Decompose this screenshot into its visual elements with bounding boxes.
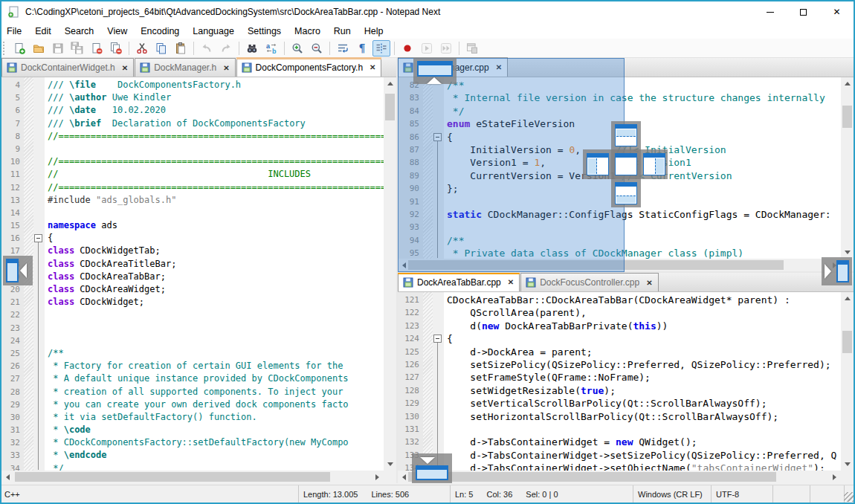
- tab-close-icon[interactable]: ✕: [122, 64, 128, 72]
- open-file-button[interactable]: [30, 40, 48, 56]
- scroll-right-arrow[interactable]: [828, 471, 841, 483]
- menu-item-language[interactable]: Language: [186, 25, 241, 38]
- cut-button[interactable]: [133, 40, 151, 56]
- macro-run-multiple-button[interactable]: [437, 40, 455, 56]
- drop-indicator-left-edge[interactable]: [3, 256, 33, 285]
- close-all-button[interactable]: [107, 40, 125, 56]
- drop-target-center[interactable]: [615, 153, 637, 175]
- code-line: d->TabsContainerWidget->setSizePolicy(QS…: [447, 449, 854, 462]
- menu-item-view[interactable]: View: [100, 25, 134, 38]
- menu-item-settings[interactable]: Settings: [241, 25, 288, 38]
- minimize-button[interactable]: [753, 0, 787, 24]
- scroll-down-arrow[interactable]: [841, 458, 854, 471]
- drop-target-top[interactable]: [615, 124, 637, 146]
- toolbar-grip[interactable]: [3, 42, 7, 55]
- tab-close-icon[interactable]: ✕: [370, 63, 375, 71]
- menu-item-edit[interactable]: Edit: [28, 25, 58, 38]
- arrow-right-icon: [375, 474, 379, 480]
- editor-bottom-right[interactable]: 1211221231241251261271281291301311321331…: [398, 292, 854, 483]
- title-bar: C:\CodingXP\cetoni_projects_64bit\QtAdva…: [0, 0, 855, 24]
- menu-item-help[interactable]: Help: [358, 25, 390, 38]
- scroll-left-arrow[interactable]: [1, 471, 14, 483]
- tab-dockcomponentsfactory-h[interactable]: DockComponentsFactory.h✕: [236, 57, 382, 77]
- horizontal-scrollbar[interactable]: [1, 471, 384, 483]
- word-wrap-button[interactable]: [334, 40, 352, 56]
- code-line: * \code: [48, 424, 396, 436]
- fold-collapse-button[interactable]: [34, 234, 42, 242]
- menu-item-macro[interactable]: Macro: [288, 25, 327, 38]
- redo-button[interactable]: [217, 40, 235, 56]
- status-segment: Windows (CR LF): [633, 485, 712, 503]
- indent-guide-button[interactable]: [372, 40, 390, 56]
- drop-indicator-bottom-edge[interactable]: [412, 453, 452, 483]
- macro-record-button[interactable]: [399, 40, 416, 56]
- scroll-up-arrow[interactable]: [841, 292, 854, 305]
- vertical-scrollbar[interactable]: [384, 77, 396, 471]
- undo-button[interactable]: [198, 40, 216, 56]
- scrollbar-thumb[interactable]: [15, 472, 330, 482]
- new-file-button[interactable]: [10, 40, 28, 56]
- scroll-right-arrow[interactable]: [371, 471, 384, 483]
- vertical-scrollbar[interactable]: [841, 77, 854, 259]
- scrollbar-thumb[interactable]: [842, 331, 852, 353]
- line-number: 13: [1, 194, 24, 207]
- scrollbar-thumb[interactable]: [385, 94, 395, 120]
- horizontal-scrollbar[interactable]: [398, 471, 841, 483]
- scroll-up-arrow[interactable]: [384, 77, 396, 90]
- save-button[interactable]: [49, 40, 67, 56]
- copy-button[interactable]: [152, 40, 170, 56]
- zoom-out-button[interactable]: [308, 40, 326, 56]
- cursor-column[interactable]: Col: 36: [486, 490, 512, 499]
- close-button[interactable]: [88, 40, 106, 56]
- document-language[interactable]: C++: [4, 490, 20, 499]
- line-number: 26: [1, 360, 24, 372]
- menu-item-run[interactable]: Run: [327, 25, 358, 38]
- scrollbar-thumb[interactable]: [842, 106, 852, 128]
- code-area[interactable]: CDockAreaTabBar::CDockAreaTabBar(CDockAr…: [444, 292, 854, 483]
- fold-collapse-button[interactable]: [433, 335, 442, 343]
- code-area[interactable]: /// \file DockComponentsFactory.h/// \au…: [45, 77, 396, 483]
- maximize-button[interactable]: [787, 0, 820, 24]
- line-number: 4: [1, 79, 24, 91]
- save-all-button[interactable]: [68, 40, 86, 56]
- cursor-line[interactable]: Ln: 5: [455, 490, 473, 499]
- vertical-scrollbar[interactable]: [841, 292, 854, 471]
- menu-item-search[interactable]: Search: [58, 25, 101, 38]
- document-length[interactable]: Length: 13.005: [303, 490, 358, 499]
- tab-dockareatabbar-cpp[interactable]: DockAreaTabBar.cpp✕: [398, 272, 520, 291]
- paste-button[interactable]: [172, 40, 190, 56]
- document-lines[interactable]: Lines: 506: [371, 490, 409, 499]
- menu-item-encoding[interactable]: Encoding: [134, 25, 186, 38]
- drop-target-left[interactable]: [587, 153, 609, 175]
- document-encoding[interactable]: UTF-8: [716, 490, 739, 499]
- show-all-characters-button[interactable]: ¶: [353, 40, 371, 56]
- find-button[interactable]: [243, 40, 261, 56]
- tab-close-icon[interactable]: ✕: [508, 278, 514, 286]
- tab-close-icon[interactable]: ✕: [646, 279, 652, 287]
- line-number: 132: [398, 436, 423, 448]
- scroll-up-arrow[interactable]: [841, 77, 854, 90]
- tab-dockfocuscontroller-cpp[interactable]: DockFocusController.cpp✕: [520, 273, 658, 291]
- tab-dockmanager-h[interactable]: DockManager.h✕: [135, 58, 235, 77]
- tab-close-icon[interactable]: ✕: [223, 64, 229, 72]
- resize-grip[interactable]: [844, 492, 854, 502]
- editor-left[interactable]: 4567891011121314151617181920212223242526…: [1, 77, 396, 483]
- drop-target-bottom[interactable]: [615, 182, 637, 204]
- close-button[interactable]: ✕: [820, 0, 854, 24]
- drop-indicator-right-edge[interactable]: [822, 257, 852, 285]
- tab-dockcontainerwidget-h[interactable]: DockContainerWidget.h✕: [1, 58, 134, 77]
- macro-play-button[interactable]: [418, 40, 436, 56]
- drop-indicator-top-edge[interactable]: [413, 58, 456, 84]
- code-line: class CDockWidget;: [48, 296, 396, 308]
- eol-format[interactable]: Windows (CR LF): [638, 490, 703, 499]
- scroll-down-arrow[interactable]: [384, 458, 396, 471]
- replace-button[interactable]: ab: [262, 40, 280, 56]
- menu-item-file[interactable]: File: [0, 25, 28, 38]
- save-session-button[interactable]: [463, 40, 481, 56]
- selection-info[interactable]: Sel: 0 | 0: [526, 490, 558, 499]
- drop-target-right[interactable]: [643, 153, 665, 175]
- scrollbar-thumb[interactable]: [408, 472, 776, 482]
- status-segment: UTF-8: [712, 485, 773, 503]
- line-number: 126: [398, 358, 423, 371]
- zoom-in-button[interactable]: [288, 40, 306, 56]
